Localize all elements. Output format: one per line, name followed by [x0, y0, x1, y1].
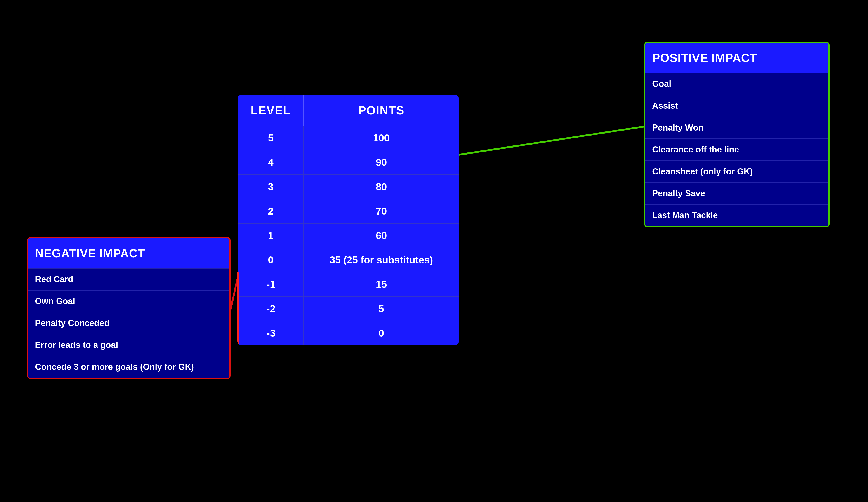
points-cell: 100	[303, 126, 459, 150]
level-points-table-wrapper: LEVEL POINTS 5 100 4 90 3 80 2 70 1 60 0…	[237, 95, 459, 345]
table-row: 1 60	[238, 223, 459, 248]
level-cell: 2	[238, 199, 303, 223]
positive-items-list: GoalAssistPenalty WonClearance off the l…	[645, 73, 828, 226]
points-cell: 60	[303, 223, 459, 248]
negative-item: Error leads to a goal	[28, 334, 229, 356]
col-points-header: POINTS	[303, 95, 459, 126]
points-cell: 15	[303, 272, 459, 297]
level-cell: 1	[238, 223, 303, 248]
level-cell: 4	[238, 150, 303, 175]
table-row: 4 90	[238, 150, 459, 175]
negative-impact-header: NEGATIVE IMPACT	[28, 238, 229, 268]
level-cell: -3	[238, 321, 303, 345]
svg-line-1	[230, 279, 237, 310]
negative-item: Own Goal	[28, 290, 229, 312]
positive-item: Last Man Tackle	[645, 204, 828, 226]
table-row: 5 100	[238, 126, 459, 150]
negative-item: Red Card	[28, 268, 229, 290]
points-cell: 80	[303, 175, 459, 199]
level-cell: 3	[238, 175, 303, 199]
positive-impact-header: POSITIVE IMPACT	[645, 43, 828, 73]
level-cell: 5	[238, 126, 303, 150]
positive-item: Cleansheet (only for GK)	[645, 160, 828, 182]
table-row: -2 5	[238, 297, 459, 321]
points-cell: 35 (25 for substitutes)	[303, 248, 459, 272]
table-row: 2 70	[238, 199, 459, 223]
level-points-table: LEVEL POINTS 5 100 4 90 3 80 2 70 1 60 0…	[237, 95, 459, 345]
positive-item: Assist	[645, 95, 828, 117]
negative-item: Penalty Conceded	[28, 312, 229, 334]
negative-impact-box: NEGATIVE IMPACT Red CardOwn GoalPenalty …	[27, 237, 230, 379]
table-row: 3 80	[238, 175, 459, 199]
level-cell: -1	[238, 272, 303, 297]
svg-line-0	[459, 126, 644, 155]
points-cell: 70	[303, 199, 459, 223]
table-row: 0 35 (25 for substitutes)	[238, 248, 459, 272]
table-row: -3 0	[238, 321, 459, 345]
positive-item: Goal	[645, 73, 828, 95]
positive-item: Clearance off the line	[645, 138, 828, 160]
level-cell: -2	[238, 297, 303, 321]
negative-items-list: Red CardOwn GoalPenalty ConcededError le…	[28, 268, 229, 378]
level-cell: 0	[238, 248, 303, 272]
points-cell: 5	[303, 297, 459, 321]
points-cell: 90	[303, 150, 459, 175]
positive-item: Penalty Won	[645, 117, 828, 138]
table-row: -1 15	[238, 272, 459, 297]
points-cell: 0	[303, 321, 459, 345]
col-level-header: LEVEL	[238, 95, 303, 126]
negative-item: Concede 3 or more goals (Only for GK)	[28, 356, 229, 378]
positive-item: Penalty Save	[645, 182, 828, 204]
positive-impact-box: POSITIVE IMPACT GoalAssistPenalty WonCle…	[644, 42, 829, 227]
